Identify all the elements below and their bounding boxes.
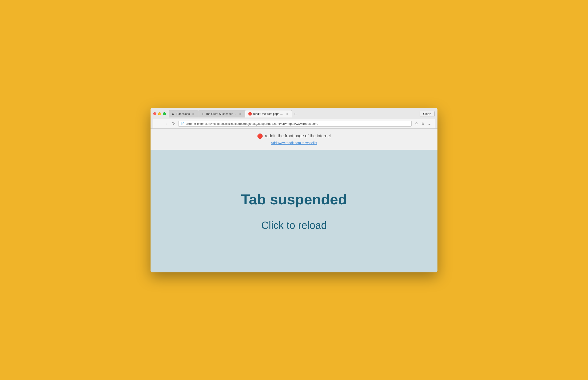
menu-button[interactable]: ≡ xyxy=(427,121,432,126)
tab-extensions-label: Extensions xyxy=(176,112,190,115)
page-header: 🔴 reddit: the front page of the internet… xyxy=(151,129,437,150)
page-content[interactable]: Tab suspended Click to reload xyxy=(151,150,437,272)
forward-button[interactable]: → xyxy=(163,121,169,126)
address-bar: ← → ↻ 📄 chrome-extension://klbibkeccnjlk… xyxy=(153,119,435,128)
tab-reddit-close[interactable]: × xyxy=(285,112,289,116)
close-window-button[interactable] xyxy=(153,112,156,115)
tab-great-suspender-close[interactable]: × xyxy=(238,112,242,116)
reddit-logo-icon: 🔴 xyxy=(257,133,263,139)
minimize-window-button[interactable] xyxy=(158,112,161,115)
url-bar[interactable]: 📄 chrome-extension://klbibkeccnjlkjkiokj… xyxy=(178,121,412,127)
url-text: chrome-extension://klbibkeccnjlkjkiokjod… xyxy=(186,122,318,126)
great-suspender-tab-icon: ⏸ xyxy=(201,112,204,115)
tab-extensions[interactable]: ⚙ Extensions × xyxy=(169,110,198,117)
page-header-title: 🔴 reddit: the front page of the internet xyxy=(155,133,433,139)
tab-great-suspender-label: The Great Suspender - Chi xyxy=(206,112,237,115)
url-security-icon: 📄 xyxy=(181,122,184,125)
tab-great-suspender[interactable]: ⏸ The Great Suspender - Chi × xyxy=(198,110,245,117)
title-bar-top: ⚙ Extensions × ⏸ The Great Suspender - C… xyxy=(153,110,435,117)
new-tab-button[interactable]: □ xyxy=(292,111,300,117)
reload-button[interactable]: ↻ xyxy=(171,121,176,126)
whitelist-link[interactable]: Add www.reddit.com to whitelist xyxy=(271,141,317,145)
tab-extensions-close[interactable]: × xyxy=(191,112,195,116)
page-title-text: reddit: the front page of the internet xyxy=(265,133,331,138)
back-button[interactable]: ← xyxy=(156,121,161,126)
extensions-tab-icon: ⚙ xyxy=(172,112,174,115)
tab-reddit-label: reddit: the front page of th xyxy=(253,112,284,115)
bookmark-button[interactable]: ☆ xyxy=(414,121,419,126)
tab-suspended-heading: Tab suspended xyxy=(241,191,347,208)
tab-reddit[interactable]: 🔴 reddit: the front page of th × xyxy=(245,110,292,117)
toolbar-right: ☆ ⊕ ≡ xyxy=(414,121,432,126)
reddit-tab-icon: 🔴 xyxy=(248,112,252,115)
tabs-row: ⚙ Extensions × ⏸ The Great Suspender - C… xyxy=(169,110,420,117)
traffic-lights xyxy=(153,112,166,115)
browser-window: ⚙ Extensions × ⏸ The Great Suspender - C… xyxy=(151,108,437,272)
clean-button[interactable]: Clean xyxy=(420,111,435,117)
maximize-window-button[interactable] xyxy=(163,112,166,115)
click-to-reload-text[interactable]: Click to reload xyxy=(261,219,327,231)
title-bar: ⚙ Extensions × ⏸ The Great Suspender - C… xyxy=(151,108,437,129)
extension-button[interactable]: ⊕ xyxy=(420,121,426,126)
